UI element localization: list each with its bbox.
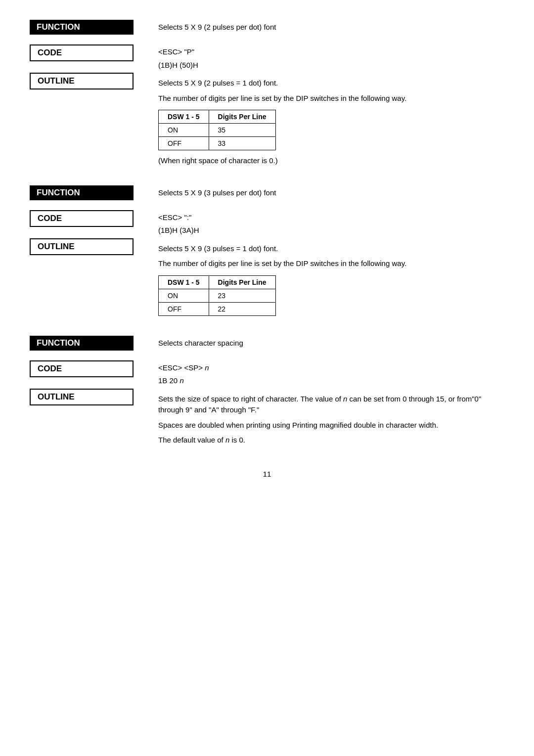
table-2: DSW 1 - 5 Digits Per Line ON 23 OFF 22 (158, 275, 276, 316)
outline-text-3: Sets the size of space to right of chara… (158, 394, 504, 416)
outline-label-row-2: OUTLINE (30, 238, 148, 260)
function-label-row-3: FUNCTION (30, 336, 148, 356)
section-3-code-content: <ESC> <SP> n 1B 20 n (158, 360, 504, 389)
code-line2-3-pre: 1B 20 (158, 376, 179, 385)
outline-badge-2: OUTLINE (30, 238, 134, 255)
code-badge-2: CODE (30, 210, 134, 227)
section-3-labels: FUNCTION (30, 336, 158, 360)
outline-label-row-1: OUTLINE (30, 73, 148, 94)
table-row: OFF 22 (159, 302, 276, 315)
outline-badge-3: OUTLINE (30, 389, 134, 405)
section-2-code-row: CODE <ESC> ":" (1B)H (3A)H (30, 210, 504, 238)
section-2: FUNCTION Selects 5 X 9 (3 pulses per dot… (30, 185, 504, 321)
section-1-outline-row: OUTLINE Selects 5 X 9 (2 pulses = 1 dot)… (30, 73, 504, 171)
section-1: FUNCTION Selects 5 X 9 (2 pulses per dot… (30, 20, 504, 171)
table1-row1-col1: ON (159, 124, 209, 137)
section-3-outline-labels: OUTLINE (30, 389, 158, 450)
table2-row1-col2: 23 (209, 289, 275, 302)
outline-badge-1: OUTLINE (30, 73, 134, 89)
table2-col1-header: DSW 1 - 5 (159, 275, 209, 289)
outline-text-1: Selects 5 X 9 (2 pulses = 1 dot) font. (158, 78, 504, 89)
section-2-header: FUNCTION Selects 5 X 9 (3 pulses per dot… (30, 185, 504, 210)
table1-row1-col2: 35 (209, 124, 275, 137)
function-label-row-1: FUNCTION (30, 20, 148, 40)
code-line2-1: (1B)H (50)H (158, 60, 504, 71)
section-3-code-row: CODE <ESC> <SP> n 1B 20 n (30, 360, 504, 389)
section-2-function-content: Selects 5 X 9 (3 pulses per dot) font (158, 185, 504, 210)
section-3-function-content: Selects character spacing (158, 336, 504, 360)
section-2-code-labels: CODE (30, 210, 158, 238)
code-line1-2: <ESC> ":" (158, 212, 504, 223)
section-1-code-row: CODE <ESC> "P" (1B)H (50)H (30, 44, 504, 73)
code-badge-1: CODE (30, 44, 134, 61)
section-2-code-content: <ESC> ":" (1B)H (3A)H (158, 210, 504, 238)
table1-col2-header: Digits Per Line (209, 110, 275, 124)
outline-desc-1: The number of digits per line is set by … (158, 93, 504, 104)
table1-note: (When right space of character is 0.) (158, 155, 504, 167)
outline-line3-3-post: is 0. (229, 436, 245, 444)
table1-row2-col2: 33 (209, 137, 275, 150)
function-text-2: Selects 5 X 9 (3 pulses per dot) font (158, 187, 504, 199)
section-2-outline-labels: OUTLINE (30, 238, 158, 321)
code-line2-2: (1B)H (3A)H (158, 225, 504, 236)
code-line1-3-italic: n (205, 363, 209, 372)
page-number: 11 (30, 470, 504, 478)
code-label-row-2: CODE (30, 210, 148, 232)
outline-line3-3: The default value of n is 0. (158, 435, 504, 446)
table-1: DSW 1 - 5 Digits Per Line ON 35 OFF 33 (158, 110, 276, 150)
section-3-header: FUNCTION Selects character spacing (30, 336, 504, 360)
function-text-1: Selects 5 X 9 (2 pulses per dot) font (158, 22, 504, 33)
section-1-code-labels: CODE (30, 44, 158, 73)
code-line1-1: <ESC> "P" (158, 46, 504, 58)
section-1-header: FUNCTION Selects 5 X 9 (2 pulses per dot… (30, 20, 504, 44)
table-row: ON 35 (159, 124, 276, 137)
code-badge-3: CODE (30, 360, 134, 377)
outline-line3-3-pre: The default value of (158, 436, 225, 444)
section-2-outline-content: Selects 5 X 9 (3 pulses = 1 dot) font. T… (158, 241, 504, 321)
code-label-row-3: CODE (30, 360, 148, 382)
table2-row1-col1: ON (159, 289, 209, 302)
code-line2-3-italic: n (179, 376, 183, 385)
section-1-outline-labels: OUTLINE (30, 73, 158, 171)
code-label-row-1: CODE (30, 44, 148, 66)
table2-row2-col1: OFF (159, 302, 209, 315)
outline-label-row-3: OUTLINE (30, 389, 148, 410)
table-row: OFF 33 (159, 137, 276, 150)
table1-col1-header: DSW 1 - 5 (159, 110, 209, 124)
function-badge-3: FUNCTION (30, 336, 134, 351)
section-3-outline-row: OUTLINE Sets the size of space to right … (30, 389, 504, 450)
table-row: ON 23 (159, 289, 276, 302)
outline-text-2: Selects 5 X 9 (3 pulses = 1 dot) font. (158, 243, 504, 255)
code-line1-3-pre: <ESC> <SP> (158, 363, 205, 372)
code-line2-3: 1B 20 n (158, 375, 504, 387)
page-container: FUNCTION Selects 5 X 9 (2 pulses per dot… (30, 20, 504, 478)
table2-col2-header: Digits Per Line (209, 275, 275, 289)
section-3-outline-content: Sets the size of space to right of chara… (158, 392, 504, 450)
section-1-outline-content: Selects 5 X 9 (2 pulses = 1 dot) font. T… (158, 76, 504, 171)
section-3-code-labels: CODE (30, 360, 158, 389)
function-label-row-2: FUNCTION (30, 185, 148, 205)
function-badge-2: FUNCTION (30, 185, 134, 200)
section-3: FUNCTION Selects character spacing CODE … (30, 336, 504, 450)
section-2-labels: FUNCTION (30, 185, 158, 210)
section-1-labels: FUNCTION (30, 20, 158, 44)
outline-text-3-pre: Sets the size of space to right of chara… (158, 395, 343, 403)
function-text-3: Selects character spacing (158, 338, 504, 349)
outline-desc-2: The number of digits per line is set by … (158, 258, 504, 269)
outline-line2-3: Spaces are doubled when printing using P… (158, 420, 504, 431)
section-1-code-content: <ESC> "P" (1B)H (50)H (158, 44, 504, 73)
section-1-function-content: Selects 5 X 9 (2 pulses per dot) font (158, 20, 504, 44)
function-badge-1: FUNCTION (30, 20, 134, 35)
section-2-outline-row: OUTLINE Selects 5 X 9 (3 pulses = 1 dot)… (30, 238, 504, 321)
table1-row2-col1: OFF (159, 137, 209, 150)
code-line1-3: <ESC> <SP> n (158, 362, 504, 374)
table2-row2-col2: 22 (209, 302, 275, 315)
